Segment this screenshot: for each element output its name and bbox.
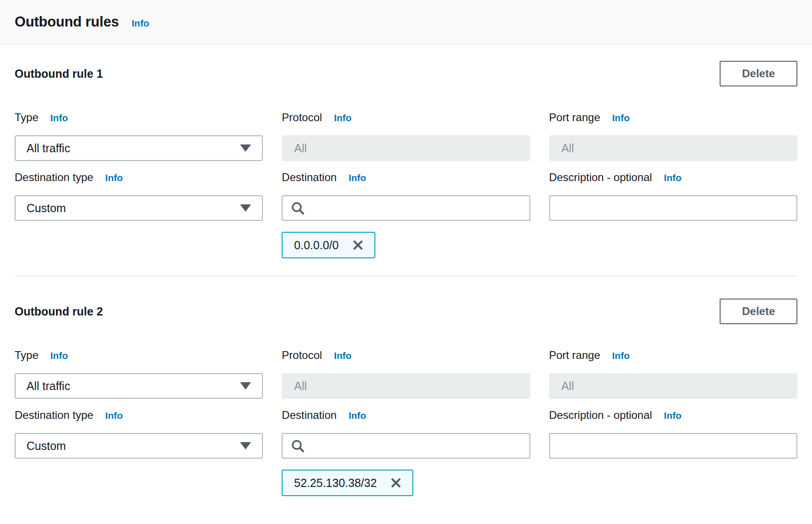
rule-1-destination-search-input[interactable] [311, 202, 521, 214]
rule-2-destination-type-label-row: Destination type Info [15, 409, 263, 422]
rule-2-port-range-input [549, 373, 797, 399]
type-label: Type [15, 349, 38, 362]
rule-1-header-row: Outbound rule 1 Delete [15, 61, 797, 86]
rule-2-destination-search-input[interactable] [311, 439, 521, 452]
destination-chip-value: 52.25.130.38/32 [294, 476, 377, 490]
rule-1-destination-field: Destination Info 0.0.0.0/0 [282, 171, 530, 258]
rule-2-type-field: Type Info All traffic [15, 349, 263, 399]
rule-1-protocol-input [282, 135, 530, 161]
rule-1-destination-search-box [282, 195, 530, 221]
rule-1-port-range-label-row: Port range Info [549, 111, 797, 124]
chevron-down-icon [240, 442, 251, 449]
protocol-label: Protocol [282, 349, 322, 362]
description-label: Description - optional [549, 409, 652, 422]
description-info-link[interactable]: Info [664, 172, 681, 183]
outbound-rule-1-section: Outbound rule 1 Delete Type Info All tra… [15, 61, 797, 258]
close-icon [390, 476, 402, 489]
rule-2-destination-chip: 52.25.130.38/32 [282, 470, 413, 496]
rule-2-destination-field: Destination Info 52.25.130.38/32 [282, 409, 530, 496]
destination-type-label: Destination type [15, 171, 93, 184]
rule-divider [15, 276, 797, 277]
destination-type-info-link[interactable]: Info [105, 410, 123, 421]
rule-2-destination-type-field: Destination type Info Custom [15, 409, 263, 459]
rule-1-destination-type-select[interactable]: Custom [15, 195, 263, 221]
rule-1-description-label-row: Description - optional Info [549, 171, 797, 184]
outbound-rules-info-link[interactable]: Info [132, 18, 149, 29]
rule-2-type-label-row: Type Info [15, 349, 263, 362]
description-info-link[interactable]: Info [664, 410, 681, 421]
rule-1-column-type: Type Info All traffic Destination type I… [15, 111, 263, 221]
rule-2-destination-type-select[interactable]: Custom [15, 433, 263, 459]
type-select-value: All traffic [27, 380, 70, 393]
rule-1-column-port-range: Port range Info Description - optional I… [549, 111, 797, 221]
search-icon [291, 439, 304, 453]
rule-1-protocol-label-row: Protocol Info [282, 111, 530, 124]
search-icon [291, 201, 304, 215]
protocol-info-link[interactable]: Info [334, 350, 351, 361]
destination-label: Destination [282, 409, 337, 422]
type-info-link[interactable]: Info [50, 350, 68, 361]
rule-2-type-select[interactable]: All traffic [15, 373, 263, 399]
chevron-down-icon [240, 144, 251, 152]
rule-1-destination-chip-row: 0.0.0.0/0 [282, 232, 530, 258]
destination-type-select-value: Custom [27, 202, 66, 215]
rule-1-type-field: Type Info All traffic [15, 111, 263, 161]
rule-1-destination-label-row: Destination Info [282, 171, 530, 184]
rule-2-protocol-field: Protocol Info [282, 349, 530, 399]
rule-1-column-protocol: Protocol Info Destination Info [282, 111, 530, 258]
rule-2-port-range-field: Port range Info [549, 349, 797, 399]
port-range-info-link[interactable]: Info [612, 350, 630, 361]
rule-1-port-range-field: Port range Info [549, 111, 797, 161]
rule-2-protocol-label-row: Protocol Info [282, 349, 530, 362]
port-range-info-link[interactable]: Info [612, 112, 630, 123]
destination-type-label: Destination type [15, 409, 93, 422]
destination-type-select-value: Custom [27, 439, 66, 453]
type-select-value: All traffic [27, 142, 70, 155]
rule-1-type-select[interactable]: All traffic [15, 135, 263, 161]
rule-2-grid: Type Info All traffic Destination type I… [15, 349, 797, 496]
rule-2-destination-chip-dismiss-button[interactable] [390, 476, 402, 489]
protocol-label: Protocol [282, 111, 322, 124]
rule-2-heading: Outbound rule 2 [15, 305, 103, 318]
chevron-down-icon [240, 382, 251, 390]
destination-label: Destination [282, 171, 337, 184]
outbound-rule-2-section: Outbound rule 2 Delete Type Info All tra… [15, 299, 797, 496]
destination-type-info-link[interactable]: Info [105, 172, 123, 183]
description-label: Description - optional [549, 171, 652, 184]
rule-2-description-label-row: Description - optional Info [549, 409, 797, 422]
rule-2-port-range-label-row: Port range Info [549, 349, 797, 362]
rule-2-delete-button[interactable]: Delete [720, 299, 797, 324]
rule-2-description-input[interactable] [549, 433, 797, 459]
type-label: Type [15, 111, 38, 124]
rule-2-column-type: Type Info All traffic Destination type I… [15, 349, 263, 459]
destination-chip-value: 0.0.0.0/0 [294, 239, 338, 252]
close-icon [352, 239, 364, 251]
rule-1-destination-chip-dismiss-button[interactable] [352, 239, 364, 251]
rule-1-heading: Outbound rule 1 [15, 67, 103, 80]
rule-1-delete-button[interactable]: Delete [720, 61, 797, 86]
chevron-down-icon [240, 204, 251, 212]
outbound-rules-header: Outbound rules Info [0, 0, 812, 44]
rule-1-destination-chip: 0.0.0.0/0 [282, 232, 375, 258]
rule-2-description-field: Description - optional Info [549, 409, 797, 459]
rule-2-destination-chip-row: 52.25.130.38/32 [282, 470, 530, 496]
rule-2-column-protocol: Protocol Info Destination Info [282, 349, 530, 496]
rule-2-header-row: Outbound rule 2 Delete [15, 299, 797, 324]
rule-1-description-field: Description - optional Info [549, 171, 797, 221]
rule-1-type-label-row: Type Info [15, 111, 263, 124]
protocol-info-link[interactable]: Info [334, 112, 351, 123]
rule-1-destination-type-label-row: Destination type Info [15, 171, 263, 184]
rule-2-protocol-input [282, 373, 530, 399]
destination-info-link[interactable]: Info [348, 410, 366, 421]
type-info-link[interactable]: Info [50, 112, 68, 123]
rule-2-destination-label-row: Destination Info [282, 409, 530, 422]
destination-info-link[interactable]: Info [348, 172, 366, 183]
rule-1-port-range-input [549, 135, 797, 161]
rule-1-grid: Type Info All traffic Destination type I… [15, 111, 797, 258]
rule-1-destination-type-field: Destination type Info Custom [15, 171, 263, 221]
page-title: Outbound rules [15, 14, 119, 30]
rule-1-protocol-field: Protocol Info [282, 111, 530, 161]
port-range-label: Port range [549, 349, 600, 362]
rule-1-description-input[interactable] [549, 195, 797, 221]
rule-2-column-port-range: Port range Info Description - optional I… [549, 349, 797, 459]
